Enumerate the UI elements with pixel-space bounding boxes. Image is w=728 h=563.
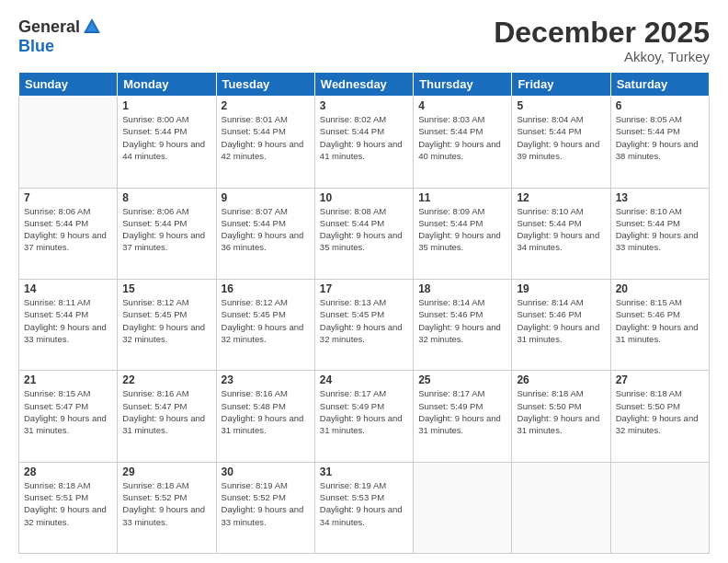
calendar-cell: 8Sunrise: 8:06 AMSunset: 5:44 PMDaylight…: [118, 188, 216, 279]
calendar-cell: 25Sunrise: 8:17 AMSunset: 5:49 PMDayligh…: [414, 371, 512, 462]
calendar-week-0: 1Sunrise: 8:00 AMSunset: 5:44 PMDaylight…: [19, 97, 710, 188]
calendar-week-1: 7Sunrise: 8:06 AMSunset: 5:44 PMDaylight…: [19, 188, 710, 279]
sunrise: Sunrise: 8:17 AM: [320, 388, 386, 398]
daylight: Daylight: 9 hours and 32 minutes.: [122, 322, 205, 344]
calendar-cell: [512, 462, 610, 553]
calendar-week-3: 21Sunrise: 8:15 AMSunset: 5:47 PMDayligh…: [19, 371, 710, 462]
daylight: Daylight: 9 hours and 31 minutes.: [517, 413, 599, 435]
sunrise: Sunrise: 8:10 AM: [517, 206, 583, 216]
day-number: 31: [320, 465, 408, 478]
calendar-header: SundayMondayTuesdayWednesdayThursdayFrid…: [19, 73, 710, 97]
calendar-body: 1Sunrise: 8:00 AMSunset: 5:44 PMDaylight…: [19, 97, 710, 554]
calendar-cell: 9Sunrise: 8:07 AMSunset: 5:44 PMDaylight…: [216, 188, 314, 279]
calendar-cell: 12Sunrise: 8:10 AMSunset: 5:44 PMDayligh…: [512, 188, 610, 279]
day-info: Sunrise: 8:05 AMSunset: 5:44 PMDaylight:…: [616, 113, 704, 162]
sunset: Sunset: 5:44 PM: [616, 218, 680, 228]
day-number: 18: [418, 282, 506, 295]
sunset: Sunset: 5:44 PM: [517, 126, 581, 136]
day-number: 27: [616, 373, 704, 386]
calendar-cell: [610, 462, 709, 553]
sunrise: Sunrise: 8:11 AM: [24, 297, 90, 307]
sunrise: Sunrise: 8:18 AM: [616, 388, 682, 398]
sunrise: Sunrise: 8:06 AM: [122, 206, 188, 216]
sunrise: Sunrise: 8:12 AM: [222, 297, 288, 307]
day-number: 7: [24, 191, 112, 204]
daylight: Daylight: 9 hours and 35 minutes.: [418, 230, 501, 252]
sunset: Sunset: 5:44 PM: [616, 126, 680, 136]
sunset: Sunset: 5:52 PM: [222, 492, 286, 502]
day-number: 12: [517, 191, 605, 204]
day-info: Sunrise: 8:10 AMSunset: 5:44 PMDaylight:…: [517, 205, 605, 254]
day-info: Sunrise: 8:00 AMSunset: 5:44 PMDaylight:…: [122, 113, 210, 162]
weekday-header-friday: Friday: [512, 73, 610, 97]
sunrise: Sunrise: 8:14 AM: [418, 297, 484, 307]
day-number: 20: [616, 282, 704, 295]
calendar-cell: 5Sunrise: 8:04 AMSunset: 5:44 PMDaylight…: [512, 97, 610, 188]
weekday-header-saturday: Saturday: [610, 73, 709, 97]
day-number: 23: [222, 373, 310, 386]
day-number: 24: [320, 373, 408, 386]
sunrise: Sunrise: 8:19 AM: [222, 480, 288, 490]
day-info: Sunrise: 8:16 AMSunset: 5:48 PMDaylight:…: [222, 387, 310, 436]
calendar-cell: 7Sunrise: 8:06 AMSunset: 5:44 PMDaylight…: [19, 188, 118, 279]
sunset: Sunset: 5:44 PM: [24, 218, 88, 228]
daylight: Daylight: 9 hours and 33 minutes.: [616, 230, 699, 252]
daylight: Daylight: 9 hours and 32 minutes.: [418, 322, 501, 344]
day-number: 13: [616, 191, 704, 204]
calendar-cell: 26Sunrise: 8:18 AMSunset: 5:50 PMDayligh…: [512, 371, 610, 462]
sunset: Sunset: 5:50 PM: [517, 401, 581, 411]
daylight: Daylight: 9 hours and 31 minutes.: [517, 322, 599, 344]
logo-blue-text: Blue: [18, 37, 54, 56]
day-info: Sunrise: 8:18 AMSunset: 5:52 PMDaylight:…: [122, 479, 210, 528]
calendar-cell: 4Sunrise: 8:03 AMSunset: 5:44 PMDaylight…: [414, 97, 512, 188]
day-info: Sunrise: 8:09 AMSunset: 5:44 PMDaylight:…: [418, 205, 506, 254]
daylight: Daylight: 9 hours and 35 minutes.: [320, 230, 403, 252]
sunset: Sunset: 5:44 PM: [24, 309, 88, 319]
calendar-cell: 3Sunrise: 8:02 AMSunset: 5:44 PMDaylight…: [314, 97, 413, 188]
day-number: 4: [418, 99, 506, 112]
day-number: 6: [616, 99, 704, 112]
daylight: Daylight: 9 hours and 38 minutes.: [616, 139, 699, 161]
sunrise: Sunrise: 8:08 AM: [320, 206, 386, 216]
sunset: Sunset: 5:45 PM: [320, 309, 384, 319]
day-number: 19: [517, 282, 605, 295]
weekday-header-tuesday: Tuesday: [216, 73, 314, 97]
day-number: 29: [122, 465, 210, 478]
sunset: Sunset: 5:44 PM: [222, 126, 286, 136]
day-info: Sunrise: 8:18 AMSunset: 5:51 PMDaylight:…: [24, 479, 112, 528]
sunset: Sunset: 5:53 PM: [320, 492, 384, 502]
daylight: Daylight: 9 hours and 33 minutes.: [122, 504, 205, 526]
day-number: 21: [24, 373, 112, 386]
calendar-cell: 19Sunrise: 8:14 AMSunset: 5:46 PMDayligh…: [512, 279, 610, 370]
daylight: Daylight: 9 hours and 32 minutes.: [616, 413, 699, 435]
sunset: Sunset: 5:47 PM: [24, 401, 88, 411]
day-info: Sunrise: 8:16 AMSunset: 5:47 PMDaylight:…: [122, 387, 210, 436]
day-number: 14: [24, 282, 112, 295]
sunrise: Sunrise: 8:14 AM: [517, 297, 583, 307]
sunset: Sunset: 5:44 PM: [320, 126, 384, 136]
day-number: 17: [320, 282, 408, 295]
daylight: Daylight: 9 hours and 31 minutes.: [24, 413, 107, 435]
daylight: Daylight: 9 hours and 42 minutes.: [222, 139, 304, 161]
header: General Blue December 2025 Akkoy, Turkey: [18, 17, 710, 64]
sunrise: Sunrise: 8:04 AM: [517, 114, 583, 124]
calendar-cell: 13Sunrise: 8:10 AMSunset: 5:44 PMDayligh…: [610, 188, 709, 279]
day-info: Sunrise: 8:04 AMSunset: 5:44 PMDaylight:…: [517, 113, 605, 162]
day-info: Sunrise: 8:07 AMSunset: 5:44 PMDaylight:…: [222, 205, 310, 254]
sunset: Sunset: 5:46 PM: [517, 309, 581, 319]
page: General Blue December 2025 Akkoy, Turkey…: [0, 0, 728, 563]
sunrise: Sunrise: 8:01 AM: [222, 114, 288, 124]
calendar-cell: 16Sunrise: 8:12 AMSunset: 5:45 PMDayligh…: [216, 279, 314, 370]
day-info: Sunrise: 8:18 AMSunset: 5:50 PMDaylight:…: [616, 387, 704, 436]
sunset: Sunset: 5:45 PM: [222, 309, 286, 319]
calendar-cell: 15Sunrise: 8:12 AMSunset: 5:45 PMDayligh…: [118, 279, 216, 370]
sunrise: Sunrise: 8:00 AM: [122, 114, 188, 124]
day-number: 10: [320, 191, 408, 204]
sunrise: Sunrise: 8:19 AM: [320, 480, 386, 490]
sunset: Sunset: 5:45 PM: [122, 309, 187, 319]
calendar-cell: 30Sunrise: 8:19 AMSunset: 5:52 PMDayligh…: [216, 462, 314, 553]
daylight: Daylight: 9 hours and 36 minutes.: [222, 230, 304, 252]
daylight: Daylight: 9 hours and 39 minutes.: [517, 139, 599, 161]
day-info: Sunrise: 8:13 AMSunset: 5:45 PMDaylight:…: [320, 296, 408, 345]
sunrise: Sunrise: 8:07 AM: [222, 206, 288, 216]
